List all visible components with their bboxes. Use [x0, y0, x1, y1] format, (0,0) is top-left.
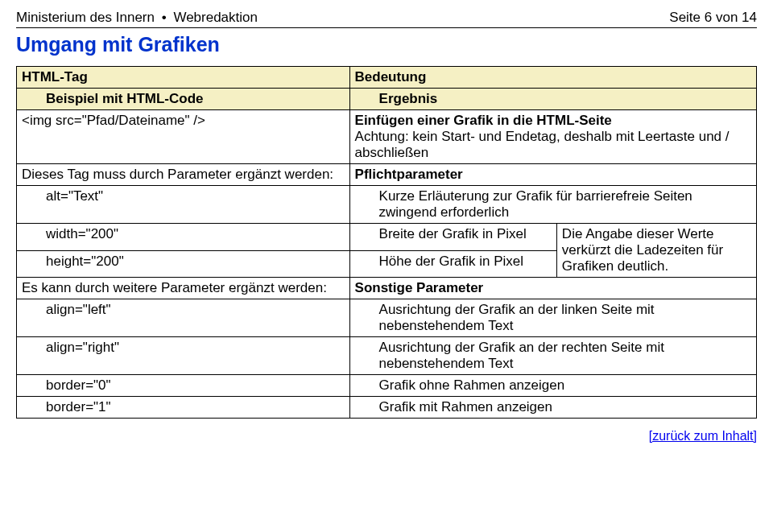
cell-height-desc: Höhe der Grafik in Pixel [349, 250, 556, 278]
cell-align-right: align="right" [17, 337, 350, 375]
cell-alt-desc: Kurze Erläuterung zur Grafik für barrier… [349, 186, 756, 224]
cell-align-left-desc: Ausrichtung der Grafik an der linken Sei… [349, 299, 756, 337]
header-left: Ministerium des Innern • Webredaktion [16, 10, 258, 26]
th-html-tag: HTML-Tag [17, 67, 350, 89]
separator-dot: • [162, 10, 167, 26]
cell-img-desc: Einfügen einer Grafik in die HTML-SeiteA… [349, 110, 756, 164]
dept-name: Webredaktion [173, 10, 258, 25]
page-number: Seite 6 von 14 [669, 10, 757, 26]
th-ergebnis: Ergebnis [349, 89, 756, 110]
page-header: Ministerium des Innern • Webredaktion Se… [16, 10, 757, 28]
cell-pflicht-label: Dieses Tag muss durch Parameter ergänzt … [17, 164, 350, 186]
org-name: Ministerium des Innern [16, 10, 155, 25]
cell-alt: alt="Text" [17, 186, 350, 224]
cell-sonstige-label: Es kann durch weitere Parameter ergänzt … [17, 278, 350, 299]
th-bedeutung: Bedeutung [349, 67, 756, 89]
content-table: HTML-Tag Bedeutung Beispiel mit HTML-Cod… [16, 66, 757, 419]
cell-align-right-desc: Ausrichtung der Grafik an der rechten Se… [349, 337, 756, 375]
cell-align-left: align="left" [17, 299, 350, 337]
cell-width: width="200" [17, 224, 350, 251]
th-beispiel: Beispiel mit HTML-Code [17, 89, 350, 110]
cell-sonstige-head: Sonstige Parameter [349, 278, 756, 299]
cell-border1-desc: Grafik mit Rahmen anzeigen [349, 397, 756, 419]
page-title: Umgang mit Grafiken [16, 33, 757, 56]
back-to-contents-link[interactable]: [zurück zum Inhalt] [649, 429, 757, 443]
cell-border1: border="1" [17, 397, 350, 419]
footer-link-wrap: [zurück zum Inhalt] [16, 428, 757, 444]
cell-pflicht-head: Pflichtparameter [349, 164, 756, 186]
cell-img-tag: <img src="Pfad/Dateiname" /> [17, 110, 350, 164]
cell-height: height="200" [17, 250, 350, 278]
cell-border0-desc: Grafik ohne Rahmen anzeigen [349, 375, 756, 397]
cell-dims-note: Die Angabe dieser Werte verkürzt die Lad… [556, 224, 756, 278]
cell-width-desc: Breite der Grafik in Pixel [349, 224, 556, 251]
cell-border0: border="0" [17, 375, 350, 397]
